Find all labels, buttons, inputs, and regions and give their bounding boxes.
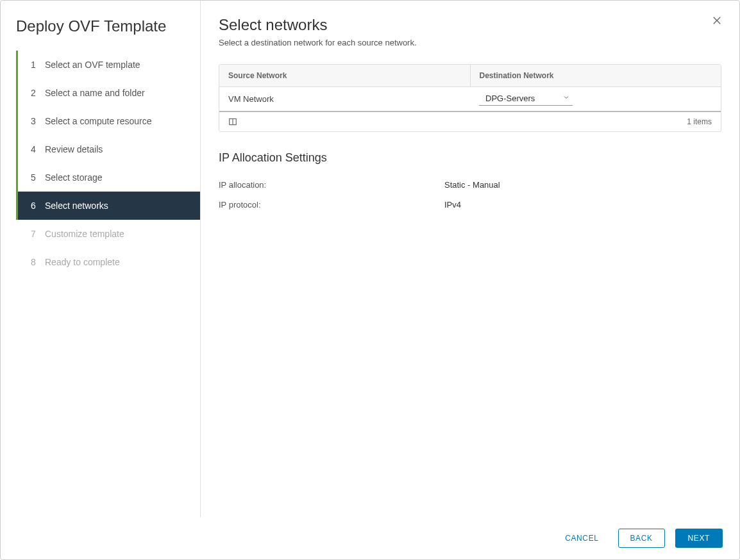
ip-settings-title: IP Allocation Settings [219,151,721,165]
ip-allocation-row: IP allocation: Static - Manual [219,175,721,195]
step-customize-template: 7 Customize template [16,220,200,248]
table-footer: 1 items [219,112,721,131]
table-row: VM Network DPG-Servers [219,87,721,112]
step-review-details[interactable]: 4 Review details [16,135,200,163]
ip-protocol-value: IPv4 [444,200,461,210]
step-number: 3 [31,116,42,126]
step-number: 7 [31,229,42,239]
wizard-steps: 1 Select an OVF template 2 Select a name… [1,51,200,276]
step-select-ovf-template[interactable]: 1 Select an OVF template [16,51,200,79]
step-label: Ready to complete [45,257,120,267]
step-number: 8 [31,257,42,267]
item-count: 1 items [687,117,712,126]
step-label: Select storage [45,172,103,183]
wizard-content: Select networks Select a destination net… [201,1,739,517]
ip-protocol-row: IP protocol: IPv4 [219,195,721,215]
step-number: 6 [31,201,42,211]
chevron-down-icon [562,94,570,103]
page-title: Select networks [219,16,721,34]
page-subtitle: Select a destination network for each so… [219,38,721,47]
source-network-cell: VM Network [219,87,470,111]
close-button[interactable] [711,15,723,29]
step-number: 2 [31,88,42,98]
step-label: Select networks [45,201,108,211]
select-value: DPG-Servers [485,94,535,103]
step-select-networks[interactable]: 6 Select networks [16,192,200,220]
header-source-network: Source Network [219,65,471,86]
next-button[interactable]: NEXT [675,529,723,548]
cancel-button[interactable]: CANCEL [556,529,607,548]
back-button[interactable]: BACK [618,529,665,548]
step-number: 1 [31,60,42,70]
step-select-storage[interactable]: 5 Select storage [16,163,200,192]
wizard-footer: CANCEL BACK NEXT [1,517,739,559]
columns-icon[interactable] [228,117,237,126]
wizard-sidebar: Deploy OVF Template 1 Select an OVF temp… [1,1,201,517]
ip-allocation-label: IP allocation: [219,180,444,190]
step-number: 5 [31,172,42,183]
table-header: Source Network Destination Network [219,65,721,87]
step-label: Select a compute resource [45,116,152,126]
deploy-ovf-dialog: Deploy OVF Template 1 Select an OVF temp… [0,0,740,560]
step-label: Select an OVF template [45,60,140,70]
destination-network-cell: DPG-Servers [470,87,721,111]
step-ready-to-complete: 8 Ready to complete [16,248,200,276]
network-mapping-table: Source Network Destination Network VM Ne… [219,64,721,132]
step-label: Review details [45,144,103,154]
step-label: Select a name and folder [45,88,145,98]
step-select-name-folder[interactable]: 2 Select a name and folder [16,79,200,107]
destination-network-select[interactable]: DPG-Servers [479,92,573,106]
header-destination-network: Destination Network [471,65,721,86]
step-label: Customize template [45,229,124,239]
step-number: 4 [31,144,42,154]
close-icon [711,17,723,28]
step-select-compute-resource[interactable]: 3 Select a compute resource [16,107,200,135]
wizard-title: Deploy OVF Template [1,7,200,51]
ip-allocation-value: Static - Manual [444,180,500,190]
ip-protocol-label: IP protocol: [219,200,444,210]
